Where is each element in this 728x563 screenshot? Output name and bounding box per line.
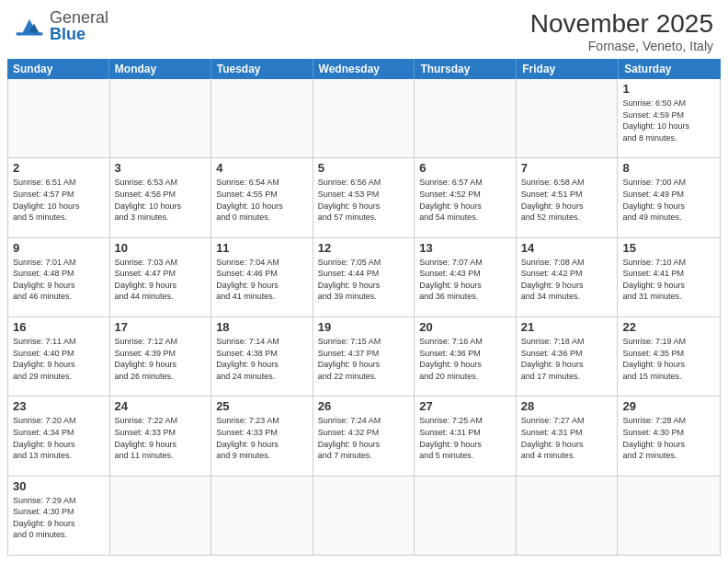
calendar-cell: 17Sunrise: 7:12 AM Sunset: 4:39 PM Dayli… (110, 317, 212, 396)
header: General Blue November 2025 Fornase, Vene… (0, 0, 728, 59)
day-number: 19 (318, 320, 410, 334)
logo-icon (15, 13, 44, 39)
day-info: Sunrise: 7:29 AM Sunset: 4:30 PM Dayligh… (13, 495, 105, 541)
day-number: 18 (216, 320, 308, 334)
day-info: Sunrise: 7:23 AM Sunset: 4:33 PM Dayligh… (216, 415, 308, 461)
logo-area: General Blue (15, 9, 108, 42)
calendar-cell: 23Sunrise: 7:20 AM Sunset: 4:34 PM Dayli… (8, 396, 110, 475)
day-info: Sunrise: 7:12 AM Sunset: 4:39 PM Dayligh… (115, 336, 207, 382)
day-number: 13 (419, 241, 511, 255)
day-number: 8 (622, 161, 715, 175)
calendar-cell: 22Sunrise: 7:19 AM Sunset: 4:35 PM Dayli… (618, 317, 720, 396)
weekday-header-sunday: Sunday (7, 59, 109, 79)
calendar-row-2: 9Sunrise: 7:01 AM Sunset: 4:48 PM Daylig… (8, 238, 720, 317)
day-info: Sunrise: 7:04 AM Sunset: 4:46 PM Dayligh… (216, 257, 308, 303)
day-info: Sunrise: 7:14 AM Sunset: 4:38 PM Dayligh… (216, 336, 308, 382)
day-number: 22 (622, 320, 715, 334)
day-info: Sunrise: 7:11 AM Sunset: 4:40 PM Dayligh… (13, 336, 105, 382)
calendar-cell (517, 79, 619, 157)
day-number: 26 (318, 399, 410, 413)
calendar-cell (415, 477, 517, 555)
calendar-cell: 8Sunrise: 7:00 AM Sunset: 4:49 PM Daylig… (618, 158, 720, 236)
day-number: 2 (13, 161, 105, 175)
calendar-cell (415, 79, 517, 157)
day-info: Sunrise: 7:10 AM Sunset: 4:41 PM Dayligh… (622, 257, 715, 303)
day-info: Sunrise: 6:58 AM Sunset: 4:51 PM Dayligh… (521, 177, 613, 223)
calendar-row-0: 1Sunrise: 6:50 AM Sunset: 4:59 PM Daylig… (8, 79, 720, 158)
calendar-cell (313, 79, 415, 157)
day-info: Sunrise: 7:01 AM Sunset: 4:48 PM Dayligh… (13, 257, 105, 303)
calendar-cell (517, 477, 619, 555)
logo-text: General Blue (50, 9, 108, 42)
day-info: Sunrise: 6:56 AM Sunset: 4:53 PM Dayligh… (318, 177, 410, 223)
day-info: Sunrise: 7:18 AM Sunset: 4:36 PM Dayligh… (521, 336, 613, 382)
calendar-cell: 18Sunrise: 7:14 AM Sunset: 4:38 PM Dayli… (211, 317, 313, 396)
calendar-cell (211, 477, 313, 555)
svg-rect-2 (17, 32, 43, 35)
page: General Blue November 2025 Fornase, Vene… (0, 0, 728, 563)
calendar-cell: 10Sunrise: 7:03 AM Sunset: 4:47 PM Dayli… (110, 238, 212, 316)
calendar-cell: 25Sunrise: 7:23 AM Sunset: 4:33 PM Dayli… (211, 396, 313, 475)
day-info: Sunrise: 7:15 AM Sunset: 4:37 PM Dayligh… (318, 336, 410, 382)
day-number: 1 (622, 82, 715, 96)
month-title: November 2025 (530, 9, 713, 39)
day-info: Sunrise: 7:27 AM Sunset: 4:31 PM Dayligh… (521, 415, 613, 461)
day-number: 7 (521, 161, 613, 175)
calendar-cell (211, 79, 313, 157)
calendar-cell: 9Sunrise: 7:01 AM Sunset: 4:48 PM Daylig… (8, 238, 110, 316)
day-number: 10 (115, 241, 207, 255)
day-info: Sunrise: 7:07 AM Sunset: 4:43 PM Dayligh… (419, 257, 511, 303)
day-number: 3 (115, 161, 207, 175)
day-info: Sunrise: 6:53 AM Sunset: 4:56 PM Dayligh… (115, 177, 207, 223)
day-number: 29 (622, 399, 715, 413)
calendar-cell (8, 79, 110, 157)
calendar-cell: 30Sunrise: 7:29 AM Sunset: 4:30 PM Dayli… (8, 477, 110, 555)
calendar-cell (313, 477, 415, 555)
day-number: 5 (318, 161, 410, 175)
day-info: Sunrise: 7:25 AM Sunset: 4:31 PM Dayligh… (419, 415, 511, 461)
day-info: Sunrise: 7:19 AM Sunset: 4:35 PM Dayligh… (622, 336, 715, 382)
day-info: Sunrise: 7:22 AM Sunset: 4:33 PM Dayligh… (115, 415, 207, 461)
day-number: 20 (419, 320, 511, 334)
day-number: 14 (521, 241, 613, 255)
calendar-cell: 27Sunrise: 7:25 AM Sunset: 4:31 PM Dayli… (415, 396, 517, 475)
day-number: 12 (318, 241, 410, 255)
calendar-cell: 11Sunrise: 7:04 AM Sunset: 4:46 PM Dayli… (211, 238, 313, 316)
day-number: 24 (115, 399, 207, 413)
day-number: 21 (521, 320, 613, 334)
location-title: Fornase, Veneto, Italy (530, 39, 713, 53)
day-info: Sunrise: 6:54 AM Sunset: 4:55 PM Dayligh… (216, 177, 308, 223)
calendar-cell (110, 477, 212, 555)
calendar-cell (618, 477, 720, 555)
weekday-header-monday: Monday (109, 59, 211, 79)
day-number: 23 (13, 399, 105, 413)
calendar-cell: 29Sunrise: 7:28 AM Sunset: 4:30 PM Dayli… (618, 396, 720, 475)
day-info: Sunrise: 7:16 AM Sunset: 4:36 PM Dayligh… (419, 336, 511, 382)
calendar-cell: 19Sunrise: 7:15 AM Sunset: 4:37 PM Dayli… (313, 317, 415, 396)
calendar-cell: 21Sunrise: 7:18 AM Sunset: 4:36 PM Dayli… (517, 317, 619, 396)
calendar-row-1: 2Sunrise: 6:51 AM Sunset: 4:57 PM Daylig… (8, 158, 720, 237)
calendar-cell: 4Sunrise: 6:54 AM Sunset: 4:55 PM Daylig… (211, 158, 313, 236)
weekday-header-saturday: Saturday (619, 59, 721, 79)
day-number: 30 (13, 479, 105, 493)
weekday-header-thursday: Thursday (415, 59, 517, 79)
day-info: Sunrise: 7:03 AM Sunset: 4:47 PM Dayligh… (115, 257, 207, 303)
calendar-row-3: 16Sunrise: 7:11 AM Sunset: 4:40 PM Dayli… (8, 317, 720, 396)
day-number: 11 (216, 241, 308, 255)
calendar-header: SundayMondayTuesdayWednesdayThursdayFrid… (7, 59, 721, 79)
title-area: November 2025 Fornase, Veneto, Italy (530, 9, 713, 53)
day-info: Sunrise: 6:50 AM Sunset: 4:59 PM Dayligh… (622, 98, 715, 144)
day-info: Sunrise: 7:28 AM Sunset: 4:30 PM Dayligh… (622, 415, 715, 461)
day-info: Sunrise: 7:00 AM Sunset: 4:49 PM Dayligh… (622, 177, 715, 223)
day-info: Sunrise: 6:57 AM Sunset: 4:52 PM Dayligh… (419, 177, 511, 223)
calendar-cell: 1Sunrise: 6:50 AM Sunset: 4:59 PM Daylig… (618, 79, 720, 157)
calendar-row-5: 30Sunrise: 7:29 AM Sunset: 4:30 PM Dayli… (8, 477, 720, 555)
day-info: Sunrise: 7:20 AM Sunset: 4:34 PM Dayligh… (13, 415, 105, 461)
calendar-cell: 24Sunrise: 7:22 AM Sunset: 4:33 PM Dayli… (110, 396, 212, 475)
weekday-header-friday: Friday (517, 59, 619, 79)
day-number: 28 (521, 399, 613, 413)
logo-blue-text: Blue (50, 26, 108, 42)
day-info: Sunrise: 7:24 AM Sunset: 4:32 PM Dayligh… (318, 415, 410, 461)
day-info: Sunrise: 7:08 AM Sunset: 4:42 PM Dayligh… (521, 257, 613, 303)
weekday-header-wednesday: Wednesday (313, 59, 415, 79)
